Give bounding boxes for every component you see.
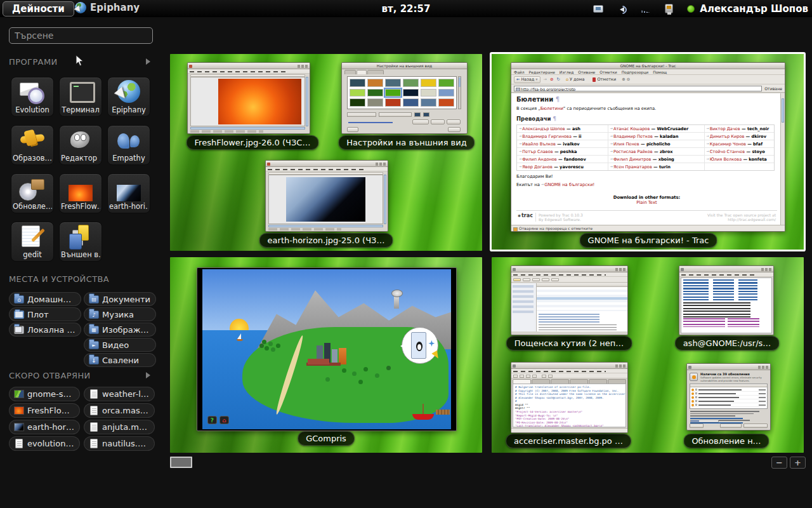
recent-item[interactable]: anjuta.mast… — [84, 420, 155, 434]
workspace-4[interactable]: # Bulgarian translation of accerciser po… — [492, 257, 804, 453]
recent-item[interactable]: evolution.m… — [9, 436, 80, 451]
updates-list — [690, 384, 768, 409]
network-icon[interactable] — [641, 4, 651, 13]
volume-icon[interactable] — [617, 4, 627, 13]
recent-item[interactable]: orca.master.… — [84, 403, 155, 418]
recent-item[interactable]: gnome-shel… — [9, 387, 80, 401]
app-tile[interactable]: Epiphany — [107, 77, 150, 117]
gcompris-help-button: ? — [207, 416, 217, 424]
battery-icon[interactable] — [665, 4, 673, 13]
flower-image-icon — [69, 185, 93, 201]
window-gimp-freshflower[interactable] — [187, 62, 310, 134]
window-title-pill: Обновление н… — [683, 434, 769, 448]
wallpaper-thumbnail — [403, 89, 419, 97]
workspace-indicator[interactable] — [170, 457, 192, 468]
user-menu[interactable]: Александър Шопов — [687, 3, 808, 15]
videos-folder-icon — [89, 341, 99, 349]
programs-grid: Evolution Терминал Epiphany Образов… Ред… — [11, 77, 151, 262]
app-tile[interactable]: FreshFlow… — [59, 173, 102, 213]
place-label: Локална мр… — [27, 325, 76, 335]
add-workspace-button[interactable]: + — [790, 457, 806, 469]
workspace-1[interactable]: Настройки на външния вид — [170, 54, 482, 251]
wallpaper-thumbnail — [438, 89, 454, 97]
place-item[interactable]: Свалени — [84, 353, 156, 367]
place-item[interactable]: Музика — [84, 307, 156, 321]
app-tile[interactable]: Терминал — [59, 77, 102, 117]
status-area: Александър Шопов — [593, 0, 808, 17]
app-tile[interactable]: Empathy — [107, 125, 150, 165]
back-button: ←Назад▾ — [514, 76, 540, 83]
epiphany-icon — [115, 79, 142, 105]
screenshot-thumb-icon — [14, 390, 24, 398]
window-appearance-prefs[interactable]: Настройки на външния вид — [341, 62, 468, 134]
place-item[interactable]: Плот — [9, 307, 81, 321]
window-terminal[interactable] — [679, 265, 774, 335]
wallpaper-thumbnail — [350, 79, 365, 87]
display-icon[interactable] — [593, 5, 603, 13]
remove-workspace-button[interactable]: − — [771, 457, 787, 469]
workspace-2-selected[interactable]: GNOME на български! - Trac ФайлРедактира… — [492, 54, 804, 250]
place-item[interactable]: Домашна п… — [9, 292, 81, 306]
window-gimp-earth[interactable] — [265, 160, 388, 232]
updates-subheader: Software updates correct errors, elimina… — [700, 377, 768, 382]
translator-cell: Атанас КошаровWebCrusader — [608, 125, 705, 133]
window-gcompris[interactable]: ? ⌂ — [197, 267, 457, 431]
downloads-folder-icon — [89, 356, 99, 364]
recent-expand-arrow-icon[interactable] — [146, 372, 154, 378]
app-tile-label: FreshFlow… — [61, 202, 100, 211]
app-tile[interactable]: gedit — [11, 222, 54, 262]
translator-cell: Явор Догановyavorescu — [517, 163, 608, 170]
window-evolution-mail[interactable] — [511, 265, 628, 335]
programs-expand-arrow-icon[interactable] — [146, 58, 154, 65]
flower-thumb-icon — [14, 406, 24, 415]
pictures-folder-icon — [89, 326, 99, 334]
earth-image — [286, 177, 365, 222]
window-gedit-po[interactable]: # Bulgarian translation of accerciser po… — [511, 362, 628, 433]
address-bar: http://fsa-bg.org/project/gtp Отиване — [511, 84, 785, 93]
window-title-pill: GNOME на български! - Trac — [580, 233, 717, 248]
menu-item: Отметки — [599, 70, 617, 74]
app-tile[interactable]: Редактор … — [59, 125, 102, 165]
wallpaper-thumbnail — [385, 98, 401, 107]
app-tile[interactable]: Външен в… — [59, 222, 102, 262]
recent-item[interactable]: earth-horizo… — [9, 420, 80, 434]
app-tile-label: Образов… — [13, 154, 52, 163]
browser-menubar: ФайлРедактиранеИзгледОтиванеОтметкиПодпр… — [511, 69, 785, 75]
place-label: Музика — [102, 310, 134, 319]
place-item[interactable]: Документи — [84, 292, 156, 306]
appearance-icon — [67, 224, 94, 250]
place-item[interactable]: Изображен… — [84, 323, 156, 337]
app-tile[interactable]: earth-hori… — [107, 173, 150, 213]
app-tile[interactable]: Образов… — [11, 125, 54, 165]
recent-right-column: weather-loc… orca.master.… anjuta.mast… … — [84, 387, 155, 451]
app-tile[interactable]: Evolution — [11, 77, 54, 117]
window-update-manager[interactable]: Налични са 39 обновления Software update… — [686, 363, 771, 431]
app-tile-label: Epiphany — [112, 105, 146, 114]
wallpaper-thumbnail — [350, 89, 365, 97]
place-item[interactable]: Локална мр… — [9, 323, 81, 337]
user-name: Александър Шопов — [700, 3, 808, 15]
place-label: Домашна п… — [27, 295, 76, 304]
page-scrollbar — [780, 93, 785, 225]
menu-item: Файл — [514, 70, 525, 74]
tower-graphic — [394, 295, 399, 309]
gimp-icon — [67, 128, 94, 153]
menu-item: Подпрозорци — [622, 70, 648, 74]
wallpaper-thumbnail — [385, 79, 401, 87]
recent-item[interactable]: FreshFlower… — [9, 403, 80, 418]
workspace-3[interactable]: ? ⌂ GCompris — [170, 257, 482, 453]
text-doc-icon — [90, 406, 98, 415]
app-tile[interactable]: Обновле… — [11, 173, 54, 213]
search-input[interactable] — [9, 27, 153, 44]
recent-section-title: СКОРО ОТВАРЯНИ — [9, 371, 91, 380]
place-item[interactable]: Видео — [84, 338, 156, 352]
go-label: Отиване — [764, 86, 782, 91]
recent-item[interactable]: weather-loc… — [84, 387, 155, 401]
recent-item[interactable]: nautilus.mas… — [84, 436, 155, 451]
presence-status-icon — [687, 5, 695, 13]
top-panel: Дейности Epiphany вт, 22:57 Александър Ш… — [0, 0, 812, 17]
url-field: http://fsa-bg.org/project/gtp — [514, 86, 762, 91]
recent-left-column: gnome-shel… FreshFlower… earth-horizo… e… — [9, 387, 80, 451]
window-epiphany-trac[interactable]: GNOME на български! - Trac ФайлРедактира… — [511, 62, 785, 232]
wallpaper-thumbnail — [421, 79, 436, 87]
